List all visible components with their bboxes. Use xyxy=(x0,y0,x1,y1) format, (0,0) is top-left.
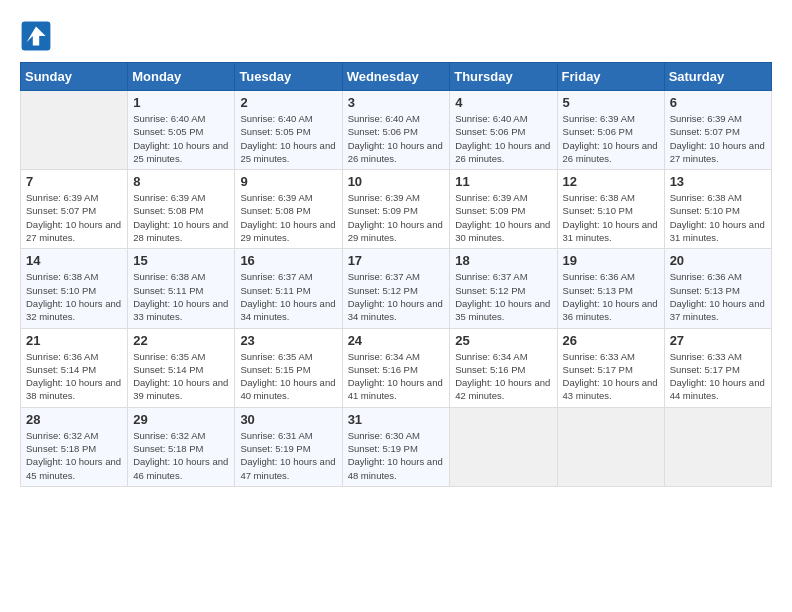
sunrise-text: Sunrise: 6:33 AM xyxy=(670,351,742,362)
day-number: 28 xyxy=(26,412,122,427)
sunset-text: Sunset: 5:10 PM xyxy=(563,205,633,216)
day-number: 26 xyxy=(563,333,659,348)
daylight-text: Daylight: 10 hours and 32 minutes. xyxy=(26,298,121,322)
day-number: 4 xyxy=(455,95,551,110)
daylight-text: Daylight: 10 hours and 26 minutes. xyxy=(348,140,443,164)
sunset-text: Sunset: 5:17 PM xyxy=(670,364,740,375)
sunset-text: Sunset: 5:13 PM xyxy=(563,285,633,296)
sunset-text: Sunset: 5:19 PM xyxy=(348,443,418,454)
calendar-day-cell xyxy=(450,407,557,486)
sunset-text: Sunset: 5:10 PM xyxy=(670,205,740,216)
daylight-text: Daylight: 10 hours and 40 minutes. xyxy=(240,377,335,401)
day-info: Sunrise: 6:30 AM Sunset: 5:19 PM Dayligh… xyxy=(348,429,445,482)
calendar-table: SundayMondayTuesdayWednesdayThursdayFrid… xyxy=(20,62,772,487)
daylight-text: Daylight: 10 hours and 41 minutes. xyxy=(348,377,443,401)
calendar-day-cell: 9 Sunrise: 6:39 AM Sunset: 5:08 PM Dayli… xyxy=(235,170,342,249)
sunrise-text: Sunrise: 6:39 AM xyxy=(26,192,98,203)
daylight-text: Daylight: 10 hours and 38 minutes. xyxy=(26,377,121,401)
weekday-header: Wednesday xyxy=(342,63,450,91)
day-number: 11 xyxy=(455,174,551,189)
calendar-day-cell: 12 Sunrise: 6:38 AM Sunset: 5:10 PM Dayl… xyxy=(557,170,664,249)
calendar-day-cell: 14 Sunrise: 6:38 AM Sunset: 5:10 PM Dayl… xyxy=(21,249,128,328)
day-info: Sunrise: 6:36 AM Sunset: 5:13 PM Dayligh… xyxy=(563,270,659,323)
sunrise-text: Sunrise: 6:39 AM xyxy=(563,113,635,124)
day-number: 2 xyxy=(240,95,336,110)
daylight-text: Daylight: 10 hours and 29 minutes. xyxy=(348,219,443,243)
day-number: 24 xyxy=(348,333,445,348)
sunset-text: Sunset: 5:06 PM xyxy=(455,126,525,137)
weekday-header: Tuesday xyxy=(235,63,342,91)
sunset-text: Sunset: 5:07 PM xyxy=(670,126,740,137)
sunrise-text: Sunrise: 6:35 AM xyxy=(133,351,205,362)
day-info: Sunrise: 6:39 AM Sunset: 5:06 PM Dayligh… xyxy=(563,112,659,165)
weekday-header: Thursday xyxy=(450,63,557,91)
calendar-day-cell: 19 Sunrise: 6:36 AM Sunset: 5:13 PM Dayl… xyxy=(557,249,664,328)
calendar-day-cell: 21 Sunrise: 6:36 AM Sunset: 5:14 PM Dayl… xyxy=(21,328,128,407)
day-info: Sunrise: 6:35 AM Sunset: 5:14 PM Dayligh… xyxy=(133,350,229,403)
daylight-text: Daylight: 10 hours and 33 minutes. xyxy=(133,298,228,322)
daylight-text: Daylight: 10 hours and 30 minutes. xyxy=(455,219,550,243)
calendar-day-cell: 26 Sunrise: 6:33 AM Sunset: 5:17 PM Dayl… xyxy=(557,328,664,407)
daylight-text: Daylight: 10 hours and 34 minutes. xyxy=(240,298,335,322)
day-info: Sunrise: 6:38 AM Sunset: 5:10 PM Dayligh… xyxy=(563,191,659,244)
day-info: Sunrise: 6:40 AM Sunset: 5:05 PM Dayligh… xyxy=(133,112,229,165)
sunset-text: Sunset: 5:10 PM xyxy=(26,285,96,296)
daylight-text: Daylight: 10 hours and 36 minutes. xyxy=(563,298,658,322)
daylight-text: Daylight: 10 hours and 35 minutes. xyxy=(455,298,550,322)
daylight-text: Daylight: 10 hours and 46 minutes. xyxy=(133,456,228,480)
day-number: 18 xyxy=(455,253,551,268)
calendar-day-cell: 7 Sunrise: 6:39 AM Sunset: 5:07 PM Dayli… xyxy=(21,170,128,249)
sunset-text: Sunset: 5:11 PM xyxy=(133,285,203,296)
day-number: 10 xyxy=(348,174,445,189)
day-number: 22 xyxy=(133,333,229,348)
sunset-text: Sunset: 5:17 PM xyxy=(563,364,633,375)
calendar-day-cell: 16 Sunrise: 6:37 AM Sunset: 5:11 PM Dayl… xyxy=(235,249,342,328)
sunrise-text: Sunrise: 6:38 AM xyxy=(26,271,98,282)
day-info: Sunrise: 6:38 AM Sunset: 5:11 PM Dayligh… xyxy=(133,270,229,323)
sunset-text: Sunset: 5:16 PM xyxy=(455,364,525,375)
sunset-text: Sunset: 5:18 PM xyxy=(133,443,203,454)
calendar-day-cell: 22 Sunrise: 6:35 AM Sunset: 5:14 PM Dayl… xyxy=(128,328,235,407)
day-number: 19 xyxy=(563,253,659,268)
sunrise-text: Sunrise: 6:39 AM xyxy=(670,113,742,124)
calendar-day-cell: 4 Sunrise: 6:40 AM Sunset: 5:06 PM Dayli… xyxy=(450,91,557,170)
sunrise-text: Sunrise: 6:32 AM xyxy=(26,430,98,441)
day-info: Sunrise: 6:37 AM Sunset: 5:12 PM Dayligh… xyxy=(455,270,551,323)
calendar-day-cell: 3 Sunrise: 6:40 AM Sunset: 5:06 PM Dayli… xyxy=(342,91,450,170)
sunrise-text: Sunrise: 6:34 AM xyxy=(348,351,420,362)
daylight-text: Daylight: 10 hours and 25 minutes. xyxy=(133,140,228,164)
calendar-header-row: SundayMondayTuesdayWednesdayThursdayFrid… xyxy=(21,63,772,91)
sunrise-text: Sunrise: 6:37 AM xyxy=(240,271,312,282)
daylight-text: Daylight: 10 hours and 27 minutes. xyxy=(670,140,765,164)
sunrise-text: Sunrise: 6:30 AM xyxy=(348,430,420,441)
day-number: 27 xyxy=(670,333,766,348)
daylight-text: Daylight: 10 hours and 26 minutes. xyxy=(563,140,658,164)
weekday-header: Monday xyxy=(128,63,235,91)
day-info: Sunrise: 6:37 AM Sunset: 5:12 PM Dayligh… xyxy=(348,270,445,323)
calendar-day-cell: 10 Sunrise: 6:39 AM Sunset: 5:09 PM Dayl… xyxy=(342,170,450,249)
sunrise-text: Sunrise: 6:39 AM xyxy=(133,192,205,203)
sunrise-text: Sunrise: 6:35 AM xyxy=(240,351,312,362)
calendar-week-row: 7 Sunrise: 6:39 AM Sunset: 5:07 PM Dayli… xyxy=(21,170,772,249)
sunset-text: Sunset: 5:13 PM xyxy=(670,285,740,296)
calendar-day-cell: 2 Sunrise: 6:40 AM Sunset: 5:05 PM Dayli… xyxy=(235,91,342,170)
sunrise-text: Sunrise: 6:40 AM xyxy=(133,113,205,124)
day-info: Sunrise: 6:40 AM Sunset: 5:06 PM Dayligh… xyxy=(455,112,551,165)
sunset-text: Sunset: 5:14 PM xyxy=(133,364,203,375)
calendar-day-cell xyxy=(21,91,128,170)
day-info: Sunrise: 6:40 AM Sunset: 5:05 PM Dayligh… xyxy=(240,112,336,165)
calendar-day-cell: 30 Sunrise: 6:31 AM Sunset: 5:19 PM Dayl… xyxy=(235,407,342,486)
sunrise-text: Sunrise: 6:33 AM xyxy=(563,351,635,362)
daylight-text: Daylight: 10 hours and 45 minutes. xyxy=(26,456,121,480)
sunrise-text: Sunrise: 6:31 AM xyxy=(240,430,312,441)
daylight-text: Daylight: 10 hours and 29 minutes. xyxy=(240,219,335,243)
weekday-header: Saturday xyxy=(664,63,771,91)
sunrise-text: Sunrise: 6:38 AM xyxy=(563,192,635,203)
sunset-text: Sunset: 5:05 PM xyxy=(240,126,310,137)
day-info: Sunrise: 6:39 AM Sunset: 5:09 PM Dayligh… xyxy=(348,191,445,244)
sunset-text: Sunset: 5:12 PM xyxy=(348,285,418,296)
daylight-text: Daylight: 10 hours and 31 minutes. xyxy=(670,219,765,243)
sunset-text: Sunset: 5:07 PM xyxy=(26,205,96,216)
logo-icon xyxy=(20,20,52,52)
day-info: Sunrise: 6:34 AM Sunset: 5:16 PM Dayligh… xyxy=(348,350,445,403)
